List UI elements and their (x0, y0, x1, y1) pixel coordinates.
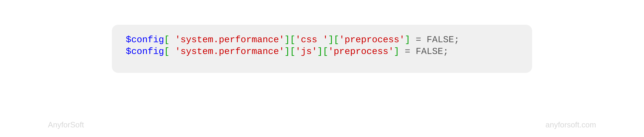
bracket-token: [ (290, 46, 295, 57)
code-line-1: $config[ 'system.performance']['css ']['… (126, 34, 518, 46)
variable-token: $config (126, 46, 164, 57)
bracket-token: [ (290, 35, 295, 45)
string-token: 'css ' (296, 35, 328, 45)
bracket-token: [ (164, 46, 175, 57)
bracket-token: ] (317, 46, 322, 57)
bracket-token: ] (405, 35, 410, 45)
bracket-token: ] (328, 35, 334, 45)
document-container: $config[ 'system.performance']['css ']['… (0, 0, 644, 137)
string-token: 'preprocess' (339, 35, 405, 45)
footer-brand: AnyforSoft (48, 120, 84, 129)
assignment-token: = FALSE; (410, 35, 460, 45)
bracket-token: [ (164, 35, 175, 45)
string-token: 'js' (296, 46, 317, 57)
string-token: 'preprocess' (328, 46, 394, 57)
code-block: $config[ 'system.performance']['css ']['… (112, 25, 532, 73)
bracket-token: [ (323, 46, 328, 57)
bracket-token: ] (284, 46, 290, 57)
bracket-token: [ (334, 35, 339, 45)
bracket-token: ] (284, 35, 290, 45)
footer-url: anyforsoft.com (546, 120, 596, 129)
variable-token: $config (126, 35, 164, 45)
assignment-token: = FALSE; (399, 46, 448, 57)
bracket-token: ] (394, 46, 399, 57)
string-token: 'system.performance' (175, 46, 284, 57)
footer: AnyforSoft anyforsoft.com (0, 120, 644, 129)
code-line-2: $config[ 'system.performance']['js']['pr… (126, 46, 518, 58)
string-token: 'system.performance' (175, 35, 284, 45)
